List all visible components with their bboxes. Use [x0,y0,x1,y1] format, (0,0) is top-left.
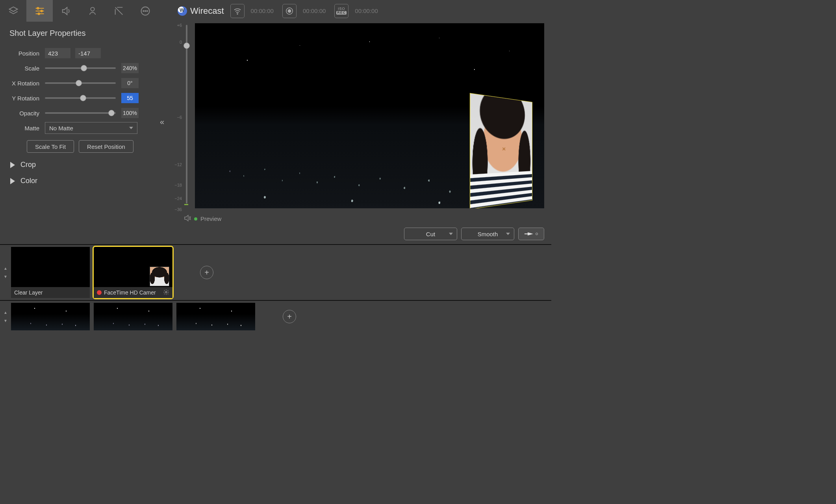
circle-icon [536,233,538,235]
scale-value[interactable]: 240% [121,63,139,73]
app-brand: Wirecast [178,6,224,16]
xrot-slider[interactable] [45,82,116,84]
iso-record-button[interactable]: ISOREC [334,4,348,18]
reset-position-button[interactable]: Reset Position [79,140,133,153]
preview-canvas[interactable]: ✕ [195,23,544,208]
scale-label: Scale [8,65,39,72]
position-y-input[interactable] [75,48,101,58]
chevron-down-icon [506,233,510,235]
shot-label: FaceTime HD Camer [104,289,156,296]
yrot-label: Y Rotation [8,95,39,102]
opacity-label: Opacity [8,110,39,117]
shot-thumbnail [150,267,169,286]
wifi-icon [233,7,242,15]
svg-point-7 [146,10,147,11]
xrot-value[interactable]: 0° [121,78,139,88]
properties-tabs [0,0,167,22]
svg-point-1 [41,10,43,12]
shot-clear-layer[interactable]: Clear Layer [11,247,90,298]
iso-icon: ISOREC [336,7,347,15]
wirecast-logo-icon [178,6,187,16]
record-timer: 00:00:00 [303,7,326,14]
scale-to-fit-button[interactable]: Scale To Fit [27,140,74,153]
shot-thumb[interactable] [176,303,255,330]
xrot-label: X Rotation [8,80,39,87]
mute-icon[interactable] [183,214,192,222]
shot-thumb[interactable] [11,303,90,330]
layer-up-icon[interactable]: ▲ [4,266,7,271]
transition-smooth-dropdown[interactable]: Smooth [461,228,514,240]
shot-thumb[interactable] [94,303,172,330]
opacity-value[interactable]: 100% [121,108,139,118]
svg-point-8 [237,13,238,14]
layer-row-1: ▲ ▼ Clear Layer FaceTime HD Camer + [0,245,551,301]
tab-filter-icon[interactable] [106,0,132,22]
top-bar: Wirecast 00:00:00 00:00:00 ISOREC 00:00:… [167,0,551,22]
layer-down-icon[interactable]: ▼ [4,274,7,279]
tab-audio-icon[interactable] [53,0,79,22]
yrot-value[interactable]: 55 [121,93,139,103]
tab-layers-icon[interactable] [0,0,26,22]
shot-facetime[interactable]: FaceTime HD Camer [94,247,172,298]
scale-slider[interactable] [45,67,116,69]
facetime-layer[interactable]: ✕ [470,93,532,208]
collapse-panel-icon[interactable]: « [160,117,164,126]
master-volume-slider[interactable] [183,24,190,211]
record-icon [285,7,294,15]
crop-disclosure[interactable]: Crop [10,161,167,169]
layer-row-2: ▲ ▼ + [0,301,551,332]
add-shot-button[interactable]: + [283,310,296,323]
svg-point-11 [165,291,167,293]
layer-down-icon[interactable]: ▼ [4,319,7,323]
stream-button[interactable] [230,4,245,18]
triangle-right-icon [10,178,15,184]
tab-adjustments-icon[interactable] [26,0,53,22]
tab-chromakey-icon[interactable] [79,0,106,22]
preview-area: Wirecast 00:00:00 00:00:00 ISOREC 00:00:… [167,0,551,244]
close-icon: ✕ [502,146,506,152]
matte-dropdown[interactable]: No Matte [45,122,137,134]
position-x-input[interactable] [45,48,70,58]
transition-cut-dropdown[interactable]: Cut [404,228,457,240]
properties-panel: Shot Layer Properties Position Scale 240… [0,0,167,244]
live-dot-icon [97,290,102,295]
svg-point-5 [143,10,144,11]
matte-label: Matte [8,125,39,132]
record-button[interactable] [282,4,297,18]
svg-point-2 [38,13,40,15]
gear-icon[interactable] [163,289,169,296]
go-live-button[interactable] [518,228,544,240]
yrot-slider[interactable] [45,97,116,99]
position-label: Position [8,50,39,57]
status-dot-icon [194,217,197,220]
tab-more-icon[interactable] [132,0,158,22]
triangle-right-icon [10,162,15,168]
iso-timer: 00:00:00 [355,7,378,14]
matte-value: No Matte [49,125,73,132]
preview-indicator: Preview [194,215,551,222]
audio-meter: +6 0 −6 −12 −18 −24 −36 [168,23,183,211]
shot-label: Clear Layer [14,289,43,296]
svg-point-3 [91,7,94,11]
svg-point-10 [288,9,291,12]
color-disclosure[interactable]: Color [10,177,167,185]
panel-title: Shot Layer Properties [9,29,167,38]
shot-layers: ▲ ▼ Clear Layer FaceTime HD Camer + ▲ ▼ [0,244,551,332]
svg-point-6 [145,10,145,11]
chevron-down-icon [449,233,453,235]
stream-timer: 00:00:00 [251,7,274,14]
svg-point-0 [37,7,39,9]
chevron-down-icon [129,127,133,129]
layer-up-icon[interactable]: ▲ [4,310,7,315]
opacity-slider[interactable] [45,112,116,114]
add-shot-button[interactable]: + [200,266,213,279]
